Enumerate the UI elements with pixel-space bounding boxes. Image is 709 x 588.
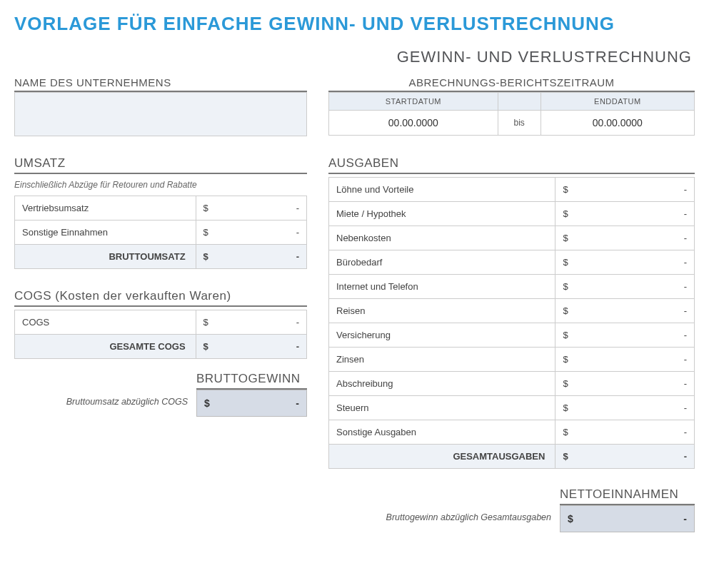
expenses-total-row: GESAMTAUSGABEN $- xyxy=(329,445,695,469)
start-date-header: STARTDATUM xyxy=(329,93,498,111)
row-label: Nebenkosten xyxy=(329,226,555,250)
gross-profit-value: $- xyxy=(196,390,307,417)
cogs-total-row: GESAMTE COGS $- xyxy=(15,335,307,359)
row-label: Sonstige Einnahmen xyxy=(15,220,196,245)
row-amount[interactable]: $- xyxy=(196,196,306,220)
row-label: Internet und Telefon xyxy=(329,275,555,299)
start-date-input[interactable]: 00.00.0000 xyxy=(329,111,498,136)
table-row: Internet und Telefon$- xyxy=(329,275,695,299)
total-label: GESAMTAUSGABEN xyxy=(329,445,555,469)
row-label: Vertriebsumsatz xyxy=(15,196,196,220)
total-label: BRUTTOUMSATZ xyxy=(15,245,196,269)
row-label: Reisen xyxy=(329,299,555,323)
table-row: Löhne und Vorteile$- xyxy=(329,178,695,202)
gross-profit-title: BRUTTOGEWINN xyxy=(196,372,307,390)
row-amount[interactable]: $- xyxy=(555,348,695,372)
table-row: Sonstige Ausgaben$- xyxy=(329,420,695,445)
row-amount[interactable]: $- xyxy=(555,275,695,299)
period-bis: bis xyxy=(498,111,540,136)
table-row: Nebenkosten$- xyxy=(329,226,695,250)
row-amount[interactable]: $- xyxy=(555,396,695,420)
period-spacer-header xyxy=(498,93,540,111)
row-amount[interactable]: $- xyxy=(555,372,695,396)
page-subtitle: GEWINN- UND VERLUSTRECHNUNG xyxy=(14,48,695,66)
row-label: Zinsen xyxy=(329,348,555,372)
total-amount: $- xyxy=(196,245,306,269)
row-amount[interactable]: $- xyxy=(555,178,695,202)
row-label: COGS xyxy=(15,310,196,335)
table-row: Abschreibung$- xyxy=(329,372,695,396)
total-amount: $- xyxy=(196,335,306,359)
row-amount[interactable]: $- xyxy=(555,323,695,348)
end-date-header: ENDDATUM xyxy=(540,93,694,111)
table-row: Steuern$- xyxy=(329,396,695,420)
cogs-title: COGS (Kosten der verkauften Waren) xyxy=(14,289,307,307)
row-amount[interactable]: $- xyxy=(196,310,306,335)
end-date-input[interactable]: 00.00.0000 xyxy=(540,111,694,136)
row-amount[interactable]: $- xyxy=(555,299,695,323)
row-label: Abschreibung xyxy=(329,372,555,396)
row-label: Versicherung xyxy=(329,323,555,348)
net-income-note: Bruttogewinn abzüglich Gesamtausgaben xyxy=(328,505,560,532)
period-label: ABRECHNUNGS-BERICHTSZEITRAUM xyxy=(328,76,695,92)
total-amount: $- xyxy=(555,445,695,469)
period-table: STARTDATUM ENDDATUM 00.00.0000 bis 00.00… xyxy=(328,92,695,136)
row-label: Miete / Hypothek xyxy=(329,202,555,226)
table-row: Bürobedarf$- xyxy=(329,250,695,275)
row-label: Bürobedarf xyxy=(329,250,555,275)
row-label: Steuern xyxy=(329,396,555,420)
row-amount[interactable]: $- xyxy=(555,226,695,250)
revenue-note: Einschließlich Abzüge für Retouren und R… xyxy=(14,180,307,190)
expenses-title: AUSGABEN xyxy=(328,156,695,174)
net-income-title: NETTOEINNAHMEN xyxy=(560,487,695,505)
table-row: Sonstige Einnahmen $- xyxy=(15,220,307,245)
company-label: NAME DES UNTERNEHMENS xyxy=(14,76,307,92)
gross-profit-note: Bruttoumsatz abzüglich COGS xyxy=(14,390,196,417)
table-row: Miete / Hypothek$- xyxy=(329,202,695,226)
row-label: Löhne und Vorteile xyxy=(329,178,555,202)
table-row: Zinsen$- xyxy=(329,348,695,372)
row-amount[interactable]: $- xyxy=(555,420,695,445)
revenue-total-row: BRUTTOUMSATZ $- xyxy=(15,245,307,269)
cogs-table: COGS $- GESAMTE COGS $- xyxy=(14,310,307,359)
expenses-table: Löhne und Vorteile$- Miete / Hypothek$- … xyxy=(328,177,695,469)
row-amount[interactable]: $- xyxy=(196,220,306,245)
net-income-value: $- xyxy=(560,505,695,532)
row-amount[interactable]: $- xyxy=(555,202,695,226)
table-row: Reisen$- xyxy=(329,299,695,323)
company-name-input[interactable] xyxy=(14,92,307,136)
table-row: COGS $- xyxy=(15,310,307,335)
row-amount[interactable]: $- xyxy=(555,250,695,275)
total-label: GESAMTE COGS xyxy=(15,335,196,359)
row-label: Sonstige Ausgaben xyxy=(329,420,555,445)
page-title: VORLAGE FÜR EINFACHE GEWINN- UND VERLUST… xyxy=(14,13,695,35)
revenue-table: Vertriebsumsatz $- Sonstige Einnahmen $-… xyxy=(14,196,307,269)
table-row: Vertriebsumsatz $- xyxy=(15,196,307,220)
table-row: Versicherung$- xyxy=(329,323,695,348)
revenue-title: UMSATZ xyxy=(14,156,307,174)
